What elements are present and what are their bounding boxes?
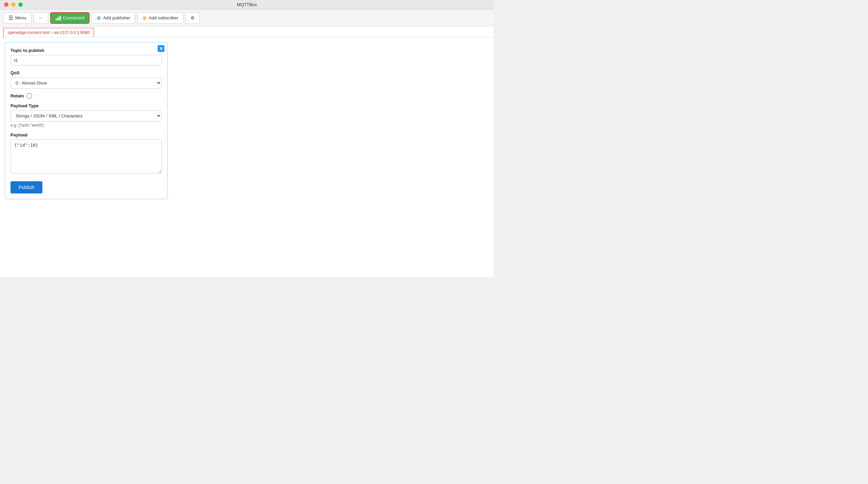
payload-textarea[interactable]: {"id":10}: [11, 139, 162, 173]
minimize-button[interactable]: [11, 2, 16, 7]
menu-icon: ☰: [8, 15, 13, 21]
menu-label: Menu: [15, 15, 26, 20]
publish-label: Publish: [19, 185, 34, 190]
close-button[interactable]: [4, 2, 8, 7]
connection-tab-label: openedge-connect-test – ws://127.0.0.1:8…: [8, 30, 90, 35]
payload-type-select[interactable]: Strings / JSON / XML / Characters Number…: [11, 110, 162, 122]
connection-tab-bar: openedge-connect-test – ws://127.0.0.1:8…: [0, 26, 494, 37]
connection-tab[interactable]: openedge-connect-test – ws://127.0.0.1:8…: [3, 28, 94, 37]
window-title: MQTTBox: [237, 2, 257, 7]
payload-type-label: Payload Type: [11, 103, 162, 108]
add-publisher-icon: ⊕: [97, 15, 101, 21]
topic-label: Topic to publish: [11, 48, 162, 53]
title-bar: MQTTBox: [0, 0, 494, 10]
close-icon: ✕: [159, 46, 163, 51]
topic-group: Topic to publish: [11, 48, 162, 66]
publish-button[interactable]: Publish: [11, 181, 42, 193]
publisher-panel: ✕ Topic to publish QoS 0 - Almost Once 1…: [5, 42, 167, 199]
payload-hint: e.g: {'hello':'world'}: [11, 123, 162, 128]
retain-checkbox[interactable]: [27, 93, 32, 98]
signal-icon: [56, 15, 61, 21]
payload-group: Payload {"id":10}: [11, 132, 162, 174]
retain-label: Retain: [11, 93, 24, 98]
settings-button[interactable]: ⚙: [185, 12, 200, 24]
svg-rect-1: [57, 18, 58, 20]
add-subscriber-label: Add subscriber: [149, 15, 178, 20]
svg-rect-0: [56, 19, 57, 20]
menu-button[interactable]: ☰ Menu: [3, 12, 32, 24]
qos-select[interactable]: 0 - Almost Once 1 - At Least Once 2 - Ex…: [11, 77, 162, 89]
payload-label: Payload: [11, 132, 162, 137]
topic-input[interactable]: [11, 55, 162, 66]
retain-group: Retain: [11, 93, 162, 98]
connected-label: Connected: [63, 15, 84, 20]
qos-label: QoS: [11, 70, 162, 75]
toolbar: ☰ Menu ← Connected ⊕ Add publisher ⊕ Add…: [0, 10, 494, 26]
main-content: ✕ Topic to publish QoS 0 - Almost Once 1…: [0, 37, 494, 277]
add-publisher-label: Add publisher: [103, 15, 130, 20]
add-subscriber-button[interactable]: ⊕ Add subscriber: [137, 12, 183, 24]
back-button[interactable]: ←: [34, 12, 48, 24]
payload-type-group: Payload Type Strings / JSON / XML / Char…: [11, 103, 162, 128]
qos-group: QoS 0 - Almost Once 1 - At Least Once 2 …: [11, 70, 162, 89]
panel-close-button[interactable]: ✕: [158, 45, 164, 52]
window-controls: [4, 2, 23, 7]
gear-icon: ⚙: [191, 15, 195, 20]
connected-button[interactable]: Connected: [50, 12, 90, 24]
maximize-button[interactable]: [18, 2, 23, 7]
add-subscriber-icon: ⊕: [142, 15, 147, 21]
svg-rect-3: [60, 16, 61, 20]
svg-rect-2: [59, 17, 60, 20]
add-publisher-button[interactable]: ⊕ Add publisher: [92, 12, 135, 24]
back-icon: ←: [39, 15, 43, 20]
